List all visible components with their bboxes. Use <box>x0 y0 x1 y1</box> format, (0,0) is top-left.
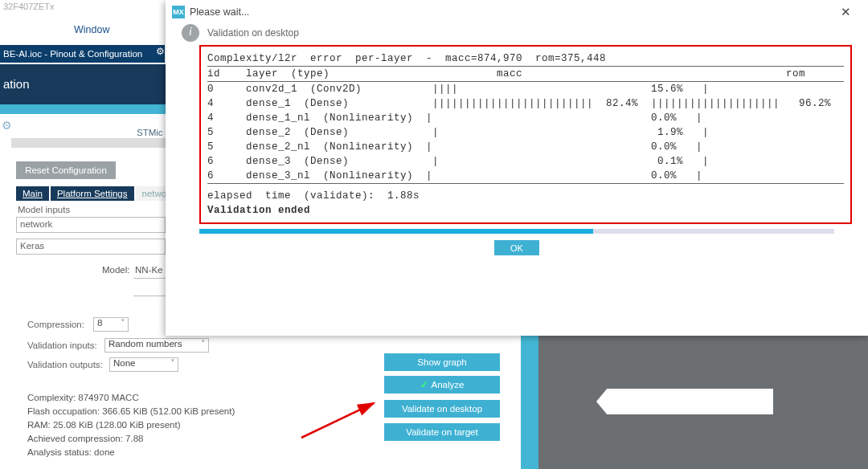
validate-on-desktop-button[interactable]: Validate on desktop <box>384 400 500 418</box>
gear-icon[interactable]: ⚙ <box>2 119 12 132</box>
dialog-titlebar: MX Please wait... ✕ <box>166 0 868 24</box>
flash-text: Flash occupation: 366.65 KiB (512.00 KiB… <box>27 405 235 418</box>
complexity-header-line: Complexity/l2r error per-layer - macc=87… <box>207 51 844 66</box>
model-label: Model: <box>102 265 130 275</box>
layer-row: 5 dense_2 (Dense) | 1.9% | <box>207 125 844 140</box>
check-icon: ✓ <box>420 380 428 389</box>
titlebar-sub: BE-AI.ioc - Pinout & Configuration <box>0 45 165 63</box>
dialog-subtitle: Validation on desktop <box>207 27 299 39</box>
layer-row: 6 dense_3_nl (Nonlinearity) | 0.0% | <box>207 169 844 183</box>
tab-main[interactable]: Main <box>16 186 49 201</box>
teal-side-strip <box>521 334 538 469</box>
achieved-compression-text: Achieved compression: 7.88 <box>27 432 235 446</box>
validation-outputs-label: Validation outputs: <box>27 360 103 369</box>
gear-icon: ⚙ <box>156 46 165 57</box>
ram-text: RAM: 25.08 KiB (128.00 KiB present) <box>27 418 235 432</box>
validate-on-target-button[interactable]: Validate on target <box>384 423 500 441</box>
layer-row: 4 dense_1_nl (Nonlinearity) | 0.0% | <box>207 111 844 125</box>
network-input[interactable]: network <box>16 217 166 233</box>
subheader-label: ation <box>0 77 44 91</box>
cubemx-icon: MX <box>172 6 185 18</box>
progress-bar <box>199 229 834 234</box>
model-inputs-label: Model inputs <box>18 205 70 214</box>
menu-window[interactable]: Window <box>74 24 109 35</box>
divider <box>133 278 166 279</box>
divider <box>133 296 166 296</box>
layer-row: 5 dense_2_nl (Nonlinearity) | 0.0% | <box>207 140 844 154</box>
column-header-line: id layer (type) macc rom <box>207 67 844 81</box>
elapsed-time-line: elapsed time (validate): 1.88s <box>207 189 844 203</box>
model-value: NN-Ke <box>135 265 163 275</box>
titlebar-sub-text: BE-AI.ioc - Pinout & Configuration <box>3 49 142 59</box>
validation-ended-line: Validation ended <box>207 203 844 218</box>
keras-input[interactable]: Keras <box>16 239 166 255</box>
reset-configuration-button[interactable]: Reset Configuration <box>16 161 116 179</box>
mcu-name-partial: 32F407ZETx <box>3 2 55 11</box>
validation-inputs-select[interactable]: Random numbers <box>104 338 209 353</box>
highlighted-output-box: Complexity/l2r error per-layer - macc=87… <box>199 45 852 224</box>
layer-row: 6 dense_3 (Dense) | 0.1% | <box>207 154 844 169</box>
validation-inputs-label: Validation inputs: <box>27 341 97 350</box>
analyze-button[interactable]: ✓Analyze <box>384 376 500 394</box>
subheader-band: ation <box>0 64 166 104</box>
tab-platform-settings[interactable]: Platform Settings <box>51 186 134 201</box>
chip-shape <box>596 389 773 414</box>
show-graph-button[interactable]: Show graph <box>384 353 500 371</box>
please-wait-dialog: MX Please wait... ✕ i Validation on desk… <box>166 0 868 336</box>
ok-button[interactable]: OK <box>494 240 539 255</box>
info-icon: i <box>182 24 199 42</box>
layer-row: 4 dense_1 (Dense) ||||||||||||||||||||||… <box>207 96 844 111</box>
stmic-partial: STMic <box>137 128 163 137</box>
svg-line-0 <box>301 403 374 438</box>
validation-outputs-select[interactable]: None <box>109 357 178 372</box>
close-button[interactable]: ✕ <box>829 5 862 19</box>
annotation-arrow-icon <box>297 394 386 442</box>
layer-row: 0 conv2d_1 (Conv2D) |||| 15.6% | <box>207 82 844 96</box>
analyze-label: Analyze <box>432 380 465 389</box>
analysis-status-text: Analysis status: done <box>27 446 235 459</box>
teal-strip <box>0 104 166 114</box>
dialog-title: Please wait... <box>190 6 249 18</box>
compression-label: Compression: <box>27 320 84 329</box>
gray-strip <box>11 138 166 148</box>
stats-block: Complexity: 874970 MACC Flash occupation… <box>27 391 235 459</box>
compression-select[interactable]: 8 <box>93 317 129 332</box>
complexity-text: Complexity: 874970 MACC <box>27 391 235 405</box>
